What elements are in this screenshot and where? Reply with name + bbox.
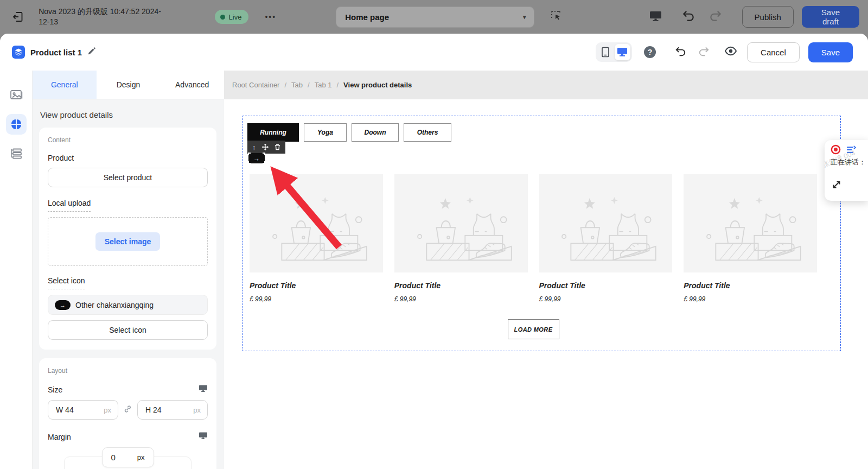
tab-general[interactable]: General bbox=[33, 71, 97, 99]
content-card: Content Product Select product Local upl… bbox=[39, 128, 216, 350]
settings-tabs: General Design Advanced bbox=[33, 71, 224, 99]
size-label: Size bbox=[48, 385, 62, 394]
breadcrumb-separator: / bbox=[284, 81, 286, 89]
preview-tab-doown[interactable]: Doown bbox=[352, 123, 399, 142]
element-toolbar: ↑ bbox=[247, 141, 285, 154]
image-upload-dropzone[interactable]: Select image bbox=[48, 217, 208, 266]
breadcrumb: Root Container / Tab / Tab 1 / View prod… bbox=[224, 71, 868, 99]
canvas-body: Running Yoga Doown Others ↑ bbox=[224, 99, 868, 469]
mobile-preview-button[interactable] bbox=[597, 44, 614, 60]
canvas-area: Root Container / Tab / Tab 1 / View prod… bbox=[224, 71, 868, 469]
preview-tab-bar: Running Yoga Doown Others bbox=[247, 123, 451, 142]
layers-tree-icon[interactable] bbox=[6, 143, 27, 164]
product-card[interactable]: Product Title £ 99,99 bbox=[250, 174, 383, 303]
breadcrumb-current: View product details bbox=[343, 81, 412, 89]
layout-heading: Layout bbox=[48, 367, 208, 375]
margin-control: 0px bbox=[48, 447, 208, 469]
exit-editor-icon[interactable] bbox=[11, 10, 24, 24]
breadcrumb-separator: / bbox=[336, 81, 339, 89]
publish-button[interactable]: Publish bbox=[742, 6, 794, 28]
page-selector-value: Home page bbox=[345, 12, 389, 22]
product-grid: Product Title £ 99,99 Product Title £ 99… bbox=[250, 174, 817, 303]
more-options-icon[interactable]: ••• bbox=[265, 12, 276, 21]
chevron-down-icon: ▾ bbox=[523, 14, 526, 21]
select-image-button[interactable]: Select image bbox=[95, 232, 161, 251]
live-label: Live bbox=[229, 13, 242, 21]
margin-label: Margin bbox=[48, 433, 71, 441]
product-title: Product Title bbox=[250, 281, 383, 290]
desktop-preview-button[interactable] bbox=[615, 44, 631, 60]
page-selector-dropdown[interactable]: Home page ▾ bbox=[336, 7, 534, 28]
product-card[interactable]: Product Title £ 99,99 bbox=[684, 174, 817, 303]
selected-arrow-element[interactable]: → bbox=[248, 153, 265, 163]
height-input[interactable]: H 24px bbox=[137, 400, 208, 420]
editor-window: Product list 1 bbox=[0, 34, 868, 469]
link-dimensions-icon[interactable] bbox=[124, 405, 132, 415]
elements-blocks-icon[interactable] bbox=[6, 114, 27, 135]
breadcrumb-separator: / bbox=[308, 81, 310, 89]
screen-recorder-widget: 张舒潼 004 正在讲话： bbox=[825, 140, 868, 201]
icon-value: Other chakanxiangqing bbox=[75, 301, 154, 309]
cancel-button[interactable]: Cancel bbox=[747, 42, 800, 62]
local-upload-label: Local upload bbox=[48, 199, 91, 212]
editor-redo-icon[interactable] bbox=[698, 45, 710, 60]
breadcrumb-tab[interactable]: Tab bbox=[291, 81, 303, 89]
product-title: Product Title bbox=[394, 281, 528, 290]
breadcrumb-tab-1[interactable]: Tab 1 bbox=[315, 81, 332, 89]
preview-tab-others[interactable]: Others bbox=[404, 123, 451, 142]
content-heading: Content bbox=[48, 136, 208, 144]
selected-section-outline[interactable]: Running Yoga Doown Others ↑ bbox=[242, 116, 841, 351]
width-input[interactable]: W 44px bbox=[48, 400, 118, 420]
element-type-icon bbox=[12, 46, 25, 59]
preview-tab-yoga[interactable]: Yoga bbox=[304, 123, 347, 142]
select-product-button[interactable]: Select product bbox=[48, 168, 208, 187]
right-arrow-icon: → bbox=[55, 300, 71, 310]
right-arrow-icon: → bbox=[253, 155, 260, 162]
product-placeholder-image bbox=[684, 174, 817, 272]
product-label: Product bbox=[48, 154, 208, 162]
expand-icon[interactable] bbox=[831, 179, 842, 192]
editor-header: Product list 1 bbox=[0, 34, 868, 71]
media-library-icon[interactable] bbox=[6, 85, 27, 105]
product-title: Product Title bbox=[684, 281, 817, 290]
tab-design[interactable]: Design bbox=[97, 71, 161, 99]
save-button[interactable]: Save bbox=[808, 42, 853, 62]
product-placeholder-image bbox=[250, 174, 383, 272]
move-up-icon[interactable]: ↑ bbox=[252, 144, 256, 151]
undo-icon[interactable] bbox=[681, 9, 695, 25]
settings-sidebar: General Design Advanced View product det… bbox=[33, 71, 224, 469]
margin-device-monitor-icon[interactable] bbox=[199, 432, 208, 442]
layout-card: Layout Size W 44px bbox=[39, 358, 216, 469]
product-price: £ 99,99 bbox=[539, 295, 673, 303]
device-preview-toggle bbox=[596, 42, 632, 62]
select-icon-button[interactable]: Select icon bbox=[48, 320, 208, 340]
marquee-select-icon[interactable] bbox=[550, 9, 563, 24]
preview-eye-icon[interactable] bbox=[724, 46, 737, 59]
record-icon[interactable] bbox=[831, 144, 841, 157]
speaking-label: 正在讲话： bbox=[831, 157, 868, 167]
product-placeholder-image bbox=[539, 174, 673, 272]
editor-undo-icon[interactable] bbox=[674, 45, 687, 60]
breadcrumb-root-container[interactable]: Root Container bbox=[232, 81, 279, 89]
load-more-button[interactable]: LOAD MORE bbox=[508, 319, 559, 339]
admin-top-bar: Nova 2023 的升级版 10:47:52 2024- 12-13 Live… bbox=[0, 0, 868, 34]
product-card[interactable]: Product Title £ 99,99 bbox=[394, 174, 528, 303]
drag-move-icon[interactable] bbox=[262, 144, 269, 150]
size-device-monitor-icon[interactable] bbox=[199, 384, 208, 395]
help-icon[interactable]: ? bbox=[644, 46, 656, 58]
page-title: Nova 2023 的升级版 10:47:52 2024- 12-13 bbox=[39, 7, 202, 27]
redo-icon[interactable] bbox=[709, 9, 723, 25]
product-title: Product Title bbox=[539, 281, 673, 290]
playlist-icon[interactable] bbox=[846, 145, 857, 156]
delete-trash-icon[interactable] bbox=[275, 144, 280, 150]
current-icon-row[interactable]: → Other chakanxiangqing bbox=[48, 295, 208, 315]
tab-advanced[interactable]: Advanced bbox=[160, 71, 224, 99]
left-icon-strip bbox=[0, 71, 33, 469]
preview-tab-running[interactable]: Running bbox=[247, 123, 299, 142]
margin-top-input[interactable]: 0px bbox=[102, 447, 154, 467]
product-card[interactable]: Product Title £ 99,99 bbox=[539, 174, 673, 303]
save-draft-button[interactable]: Save draft bbox=[802, 6, 859, 28]
rename-pencil-icon[interactable] bbox=[87, 47, 96, 58]
display-settings-icon[interactable] bbox=[649, 10, 662, 24]
product-price: £ 99,99 bbox=[250, 295, 383, 303]
